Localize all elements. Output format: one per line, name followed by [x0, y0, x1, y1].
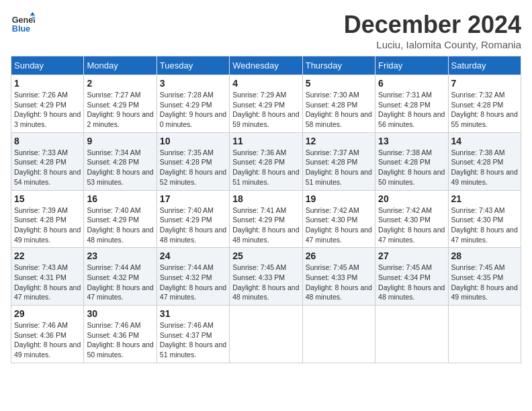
day-info: Sunrise: 7:28 AM Sunset: 4:29 PM Dayligh… [160, 90, 226, 130]
sunset-label: Sunset: 4:35 PM [451, 273, 504, 281]
day-info: Sunrise: 7:44 AM Sunset: 4:32 PM Dayligh… [160, 263, 226, 302]
day-number: 13 [378, 136, 445, 146]
calendar-day-cell [302, 306, 375, 363]
sunrise-label: Sunrise: 7:39 AM [14, 206, 68, 214]
day-info: Sunrise: 7:38 AM Sunset: 4:28 PM Dayligh… [378, 148, 445, 187]
sunrise-label: Sunrise: 7:41 AM [232, 206, 286, 214]
sunrise-label: Sunrise: 7:29 AM [232, 91, 286, 99]
day-number: 30 [87, 308, 153, 319]
page-header: General Blue December 2024 Luciu, Ialomi… [11, 11, 521, 50]
calendar-day-cell: 28 Sunrise: 7:45 AM Sunset: 4:35 PM Dayl… [448, 248, 521, 306]
sunset-label: Sunset: 4:28 PM [451, 158, 504, 166]
calendar-day-cell: 16 Sunrise: 7:40 AM Sunset: 4:29 PM Dayl… [84, 190, 157, 248]
sunset-label: Sunset: 4:30 PM [378, 216, 431, 224]
day-number: 11 [232, 136, 299, 146]
daylight-label: Daylight: 8 hours and 55 minutes. [451, 110, 518, 128]
daylight-label: Daylight: 8 hours and 52 minutes. [160, 168, 226, 186]
day-info: Sunrise: 7:36 AM Sunset: 4:28 PM Dayligh… [232, 148, 299, 187]
day-info: Sunrise: 7:37 AM Sunset: 4:28 PM Dayligh… [306, 148, 372, 187]
calendar-day-cell: 24 Sunrise: 7:44 AM Sunset: 4:32 PM Dayl… [157, 248, 229, 306]
calendar-day-cell: 19 Sunrise: 7:42 AM Sunset: 4:30 PM Dayl… [302, 190, 375, 248]
sunrise-label: Sunrise: 7:28 AM [160, 91, 214, 99]
day-info: Sunrise: 7:34 AM Sunset: 4:28 PM Dayligh… [87, 148, 153, 187]
sunrise-label: Sunrise: 7:26 AM [14, 91, 68, 99]
calendar-day-cell: 18 Sunrise: 7:41 AM Sunset: 4:29 PM Dayl… [230, 190, 302, 248]
sunset-label: Sunset: 4:29 PM [160, 216, 212, 224]
day-info: Sunrise: 7:45 AM Sunset: 4:34 PM Dayligh… [378, 263, 445, 302]
calendar-day-cell: 20 Sunrise: 7:42 AM Sunset: 4:30 PM Dayl… [375, 190, 448, 248]
sunset-label: Sunset: 4:30 PM [451, 216, 504, 224]
day-number: 20 [378, 193, 445, 204]
sunrise-label: Sunrise: 7:33 AM [14, 148, 68, 156]
daylight-label: Daylight: 8 hours and 51 minutes. [306, 168, 372, 186]
calendar-day-cell [448, 306, 521, 363]
day-number: 22 [14, 250, 81, 261]
day-number: 8 [14, 136, 81, 146]
day-info: Sunrise: 7:26 AM Sunset: 4:29 PM Dayligh… [14, 90, 81, 130]
day-number: 31 [160, 308, 226, 319]
day-info: Sunrise: 7:38 AM Sunset: 4:28 PM Dayligh… [451, 148, 518, 187]
calendar-day-cell: 27 Sunrise: 7:45 AM Sunset: 4:34 PM Dayl… [375, 248, 448, 306]
sunrise-label: Sunrise: 7:35 AM [160, 148, 214, 156]
weekday-header: Monday [84, 56, 157, 75]
calendar-day-cell: 4 Sunrise: 7:29 AM Sunset: 4:29 PM Dayli… [230, 75, 302, 133]
calendar-day-cell: 29 Sunrise: 7:46 AM Sunset: 4:36 PM Dayl… [11, 306, 84, 363]
sunrise-label: Sunrise: 7:27 AM [87, 91, 140, 99]
day-info: Sunrise: 7:46 AM Sunset: 4:36 PM Dayligh… [87, 320, 153, 360]
daylight-label: Daylight: 8 hours and 48 minutes. [232, 283, 299, 302]
sunrise-label: Sunrise: 7:40 AM [87, 206, 140, 214]
day-number: 2 [87, 78, 153, 89]
weekday-header: Tuesday [157, 56, 229, 75]
day-info: Sunrise: 7:40 AM Sunset: 4:29 PM Dayligh… [87, 205, 153, 245]
sunset-label: Sunset: 4:32 PM [87, 273, 139, 281]
sunset-label: Sunset: 4:28 PM [306, 101, 358, 109]
daylight-label: Daylight: 8 hours and 59 minutes. [232, 110, 299, 128]
daylight-label: Daylight: 8 hours and 48 minutes. [378, 283, 445, 302]
sunrise-label: Sunrise: 7:38 AM [451, 148, 505, 156]
location-subtitle: Luciu, Ialomita County, Romania [344, 39, 521, 50]
sunset-label: Sunset: 4:29 PM [87, 216, 139, 224]
weekday-header: Saturday [448, 56, 521, 75]
sunrise-label: Sunrise: 7:34 AM [87, 148, 140, 156]
daylight-label: Daylight: 8 hours and 50 minutes. [87, 340, 153, 359]
day-info: Sunrise: 7:31 AM Sunset: 4:28 PM Dayligh… [378, 90, 445, 130]
sunset-label: Sunset: 4:33 PM [306, 273, 358, 281]
sunrise-label: Sunrise: 7:31 AM [378, 91, 432, 99]
calendar-day-cell: 30 Sunrise: 7:46 AM Sunset: 4:36 PM Dayl… [84, 306, 157, 363]
sunrise-label: Sunrise: 7:40 AM [160, 206, 214, 214]
day-number: 25 [232, 250, 299, 261]
sunrise-label: Sunrise: 7:32 AM [451, 91, 505, 99]
daylight-label: Daylight: 8 hours and 47 minutes. [14, 283, 81, 302]
weekday-header-row: SundayMondayTuesdayWednesdayThursdayFrid… [11, 56, 521, 75]
sunrise-label: Sunrise: 7:45 AM [306, 263, 359, 271]
day-number: 16 [87, 193, 153, 204]
calendar-day-cell [230, 306, 302, 363]
calendar-day-cell: 10 Sunrise: 7:35 AM Sunset: 4:28 PM Dayl… [157, 132, 229, 190]
day-info: Sunrise: 7:33 AM Sunset: 4:28 PM Dayligh… [14, 148, 81, 187]
calendar-day-cell: 3 Sunrise: 7:28 AM Sunset: 4:29 PM Dayli… [157, 75, 229, 133]
day-info: Sunrise: 7:43 AM Sunset: 4:30 PM Dayligh… [451, 205, 518, 245]
day-number: 15 [14, 193, 81, 204]
calendar-day-cell: 23 Sunrise: 7:44 AM Sunset: 4:32 PM Dayl… [84, 248, 157, 306]
day-info: Sunrise: 7:46 AM Sunset: 4:37 PM Dayligh… [160, 320, 226, 360]
day-number: 19 [306, 193, 372, 204]
logo: General Blue [11, 11, 35, 35]
daylight-label: Daylight: 8 hours and 49 minutes. [451, 168, 518, 186]
day-number: 12 [306, 136, 372, 146]
sunrise-label: Sunrise: 7:45 AM [378, 263, 432, 271]
daylight-label: Daylight: 8 hours and 54 minutes. [14, 168, 81, 186]
svg-text:Blue: Blue [12, 24, 30, 34]
day-info: Sunrise: 7:46 AM Sunset: 4:36 PM Dayligh… [14, 320, 81, 360]
sunset-label: Sunset: 4:28 PM [160, 158, 212, 166]
sunrise-label: Sunrise: 7:42 AM [306, 206, 359, 214]
day-info: Sunrise: 7:41 AM Sunset: 4:29 PM Dayligh… [232, 205, 299, 245]
daylight-label: Daylight: 8 hours and 49 minutes. [14, 340, 81, 359]
day-info: Sunrise: 7:30 AM Sunset: 4:28 PM Dayligh… [306, 90, 372, 130]
calendar-day-cell: 9 Sunrise: 7:34 AM Sunset: 4:28 PM Dayli… [84, 132, 157, 190]
day-info: Sunrise: 7:29 AM Sunset: 4:29 PM Dayligh… [232, 90, 299, 130]
day-info: Sunrise: 7:45 AM Sunset: 4:33 PM Dayligh… [306, 263, 372, 302]
calendar-day-cell: 15 Sunrise: 7:39 AM Sunset: 4:28 PM Dayl… [11, 190, 84, 248]
sunrise-label: Sunrise: 7:42 AM [378, 206, 432, 214]
sunset-label: Sunset: 4:34 PM [378, 273, 431, 281]
sunset-label: Sunset: 4:28 PM [451, 101, 504, 109]
